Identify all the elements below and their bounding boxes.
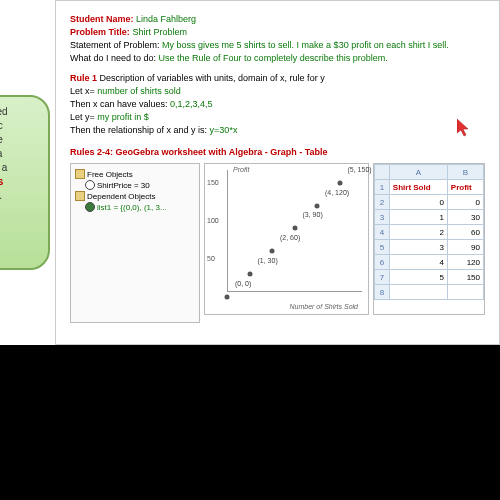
app-frame: mbed mic tive bra into a ces ge. Student… <box>0 0 500 345</box>
student-name: Linda Fahlberg <box>136 14 196 24</box>
cell[interactable]: 120 <box>447 255 483 270</box>
side-text-3: bra <box>0 148 2 159</box>
row-header[interactable]: 2 <box>375 195 390 210</box>
cell[interactable]: Profit <box>447 180 483 195</box>
side-text-6: ge. <box>0 190 2 201</box>
sheet-header-row: A B <box>375 165 484 180</box>
document-area: Student Name: Linda Fahlberg Problem Tit… <box>55 0 500 345</box>
todo-label: What do I need to do: <box>70 53 156 63</box>
table-row[interactable]: 3130 <box>375 210 484 225</box>
cell[interactable] <box>389 285 447 300</box>
folder-icon <box>75 169 85 179</box>
rule1-line: Rule 1 Description of variables with uni… <box>70 73 485 83</box>
cell[interactable]: 2 <box>389 225 447 240</box>
todo-value: Use the Rule of Four to completely descr… <box>159 53 388 63</box>
statement-label: Statement of Problem: <box>70 40 160 50</box>
data-point[interactable] <box>225 295 230 300</box>
graph-panel[interactable]: Profit Number of Shirts Sold 50100150(0,… <box>204 163 369 315</box>
letx-value: number of shirts sold <box>97 86 181 96</box>
table-row[interactable]: 5390 <box>375 240 484 255</box>
row-header[interactable]: 8 <box>375 285 390 300</box>
algebra-tree[interactable]: Free Objects ShirtPrice = 30 Dependent O… <box>70 163 200 323</box>
data-point[interactable] <box>247 272 252 277</box>
folder-icon <box>75 191 85 201</box>
statement-value: My boss gives me 5 shirts to sell. I mak… <box>162 40 449 50</box>
side-text-0: mbed <box>0 106 8 117</box>
lety-value: my profit in $ <box>97 112 149 122</box>
row-header[interactable]: 6 <box>375 255 390 270</box>
rules24-label: Rules 2-4: GeoGebra worksheet with Algeb… <box>70 147 485 157</box>
side-text-5: ces <box>0 176 3 187</box>
thenx-value: 0,1,2,3,4,5 <box>170 99 213 109</box>
rel-line: Then the relationship of x and y is: y=3… <box>70 125 485 135</box>
cell[interactable]: 4 <box>389 255 447 270</box>
row-header[interactable]: 7 <box>375 270 390 285</box>
cell[interactable] <box>447 285 483 300</box>
cell[interactable]: 30 <box>447 210 483 225</box>
letx-line: Let x= number of shirts sold <box>70 86 485 96</box>
x-axis-label: Number of Shirts Sold <box>290 303 358 310</box>
data-point[interactable] <box>292 226 297 231</box>
cell[interactable]: 3 <box>389 240 447 255</box>
rule1-desc: Description of variables with units, dom… <box>100 73 325 83</box>
row-header[interactable]: 5 <box>375 240 390 255</box>
data-point[interactable] <box>270 249 275 254</box>
data-point-label: (4, 120) <box>325 189 349 196</box>
data-point-label: (0, 0) <box>235 280 251 287</box>
letx-label: Let x= <box>70 86 95 96</box>
data-point-label: (3, 90) <box>303 211 323 218</box>
corner-cell <box>375 165 390 180</box>
lety-line: Let y= my profit in $ <box>70 112 485 122</box>
side-text-1: mic <box>0 120 3 131</box>
lety-label: Let y= <box>70 112 95 122</box>
circle-icon <box>85 202 95 212</box>
side-callout: mbed mic tive bra into a ces ge. <box>0 95 50 270</box>
cell[interactable]: 5 <box>389 270 447 285</box>
table-row[interactable]: 1Shirt SoldProfit <box>375 180 484 195</box>
row-header[interactable]: 4 <box>375 225 390 240</box>
y-axis-label: Profit <box>233 166 249 173</box>
tree-dependent-objects[interactable]: Dependent Objects <box>75 191 195 201</box>
thenx-label: Then x can have values: <box>70 99 168 109</box>
table-row[interactable]: 8 <box>375 285 484 300</box>
cell[interactable]: Shirt Sold <box>389 180 447 195</box>
tree-list1-label: list1 = {(0,0), (1, 3... <box>97 203 167 212</box>
row-header[interactable]: 1 <box>375 180 390 195</box>
y-tick-label: 50 <box>207 254 215 261</box>
rule1-label: Rule 1 <box>70 73 97 83</box>
table-row[interactable]: 75150 <box>375 270 484 285</box>
student-label: Student Name: <box>70 14 134 24</box>
problem-title: Shirt Problem <box>132 27 187 37</box>
data-point-label: (1, 30) <box>258 257 278 264</box>
cell[interactable]: 150 <box>447 270 483 285</box>
tree-free-objects[interactable]: Free Objects <box>75 169 195 179</box>
tree-shirtprice[interactable]: ShirtPrice = 30 <box>75 180 195 190</box>
data-point[interactable] <box>337 180 342 185</box>
spreadsheet-panel[interactable]: A B 1Shirt SoldProfit2003130426053906412… <box>373 163 485 315</box>
student-line: Student Name: Linda Fahlberg <box>70 14 485 24</box>
row-header[interactable]: 3 <box>375 210 390 225</box>
cell[interactable]: 0 <box>447 195 483 210</box>
y-axis <box>227 170 228 292</box>
y-tick-label: 150 <box>207 178 219 185</box>
table-row[interactable]: 4260 <box>375 225 484 240</box>
side-text-4: into a <box>0 162 7 173</box>
todo-line: What do I need to do: Use the Rule of Fo… <box>70 53 485 63</box>
thenx-line: Then x can have values: 0,1,2,3,4,5 <box>70 99 485 109</box>
problem-title-label: Problem Title: <box>70 27 130 37</box>
tree-list1[interactable]: list1 = {(0,0), (1, 3... <box>75 202 195 212</box>
cell[interactable]: 60 <box>447 225 483 240</box>
tree-shirtprice-label: ShirtPrice = 30 <box>97 181 150 190</box>
x-axis <box>227 291 362 292</box>
col-b-header[interactable]: B <box>447 165 483 180</box>
data-point[interactable] <box>315 203 320 208</box>
cell[interactable]: 90 <box>447 240 483 255</box>
col-a-header[interactable]: A <box>389 165 447 180</box>
geogebra-panels: Free Objects ShirtPrice = 30 Dependent O… <box>70 163 485 323</box>
data-point-label: (5, 150) <box>348 166 372 173</box>
cell[interactable]: 1 <box>389 210 447 225</box>
table-row[interactable]: 64120 <box>375 255 484 270</box>
tree-dependent-label: Dependent Objects <box>87 192 156 201</box>
table-row[interactable]: 200 <box>375 195 484 210</box>
cell[interactable]: 0 <box>389 195 447 210</box>
